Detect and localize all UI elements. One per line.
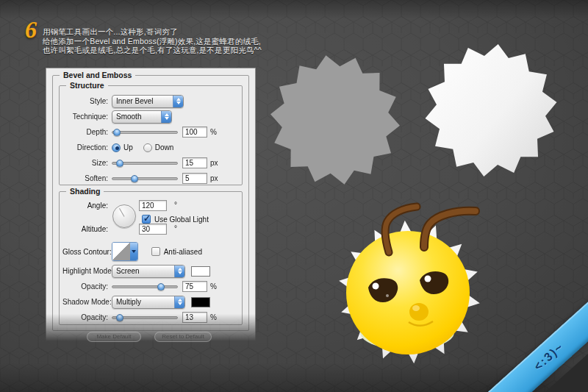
shadow-mode-row: Shadow Mode: Multiply <box>62 294 239 310</box>
chevron-down-icon <box>130 243 137 260</box>
size-label: Size: <box>62 159 108 167</box>
shadow-opacity-row: Opacity: % <box>62 310 239 325</box>
up-down-stepper-icon <box>174 296 184 308</box>
direction-row: Direction: Up Down <box>62 140 239 155</box>
style-label: Style: <box>62 97 108 105</box>
style-row: Style: Inner Bevel <box>62 93 239 109</box>
bevel-emboss-group: Bevel and Emboss Structure Style: Inner … <box>52 75 249 331</box>
anti-aliased-row: Anti-aliased <box>151 247 202 256</box>
angle-unit: ° <box>174 201 177 209</box>
shadow-color-swatch[interactable] <box>191 297 210 307</box>
highlight-opacity-unit: % <box>210 282 217 291</box>
make-default-button[interactable]: Make Default <box>87 332 141 342</box>
depth-row: Depth: % <box>62 124 239 140</box>
use-global-light-checkbox[interactable] <box>142 215 151 224</box>
shading-legend: Shading <box>66 187 104 196</box>
shadow-opacity-input[interactable] <box>182 312 207 323</box>
bevel-emboss-dialog: Bevel and Emboss Structure Style: Inner … <box>46 68 256 341</box>
angle-label: Angle: <box>62 202 108 210</box>
direction-label: Direction: <box>62 143 108 152</box>
anti-aliased-checkbox[interactable] <box>151 247 160 256</box>
highlight-mode-value: Screen <box>112 267 174 275</box>
highlight-opacity-row: Opacity: % <box>62 279 239 294</box>
shadow-mode-label: Shadow Mode: <box>62 298 108 306</box>
soften-unit: px <box>210 174 218 182</box>
gray-starburst-shape <box>265 51 405 189</box>
size-unit: px <box>210 159 218 167</box>
direction-down-label: Down <box>155 143 174 152</box>
technique-select[interactable]: Smooth <box>112 110 172 124</box>
direction-down-radio[interactable] <box>143 143 152 152</box>
depth-label: Depth: <box>62 128 108 136</box>
shadow-opacity-label: Opacity: <box>62 313 108 321</box>
depth-input[interactable] <box>182 126 207 138</box>
size-input[interactable] <box>182 157 207 168</box>
up-down-stepper-icon <box>161 111 171 123</box>
shadow-opacity-unit: % <box>210 313 217 321</box>
soften-input[interactable] <box>182 173 207 184</box>
technique-row: Technique: Smooth <box>62 109 239 124</box>
soften-row: Soften: px <box>62 171 239 186</box>
dialog-title: Bevel and Emboss <box>60 71 135 79</box>
technique-label: Technique: <box>62 113 108 121</box>
style-select-value: Inner Bevel <box>112 97 173 105</box>
anti-aliased-label: Anti-aliased <box>164 248 202 256</box>
step-number: 6 <box>25 16 37 43</box>
up-down-stepper-icon <box>174 266 184 277</box>
slider-track <box>112 131 178 134</box>
highlight-opacity-label: Opacity: <box>62 282 108 291</box>
slider-track <box>112 177 178 180</box>
bee-face <box>346 231 470 354</box>
slider-thumb[interactable] <box>113 129 121 136</box>
shadow-mode-value: Multiply <box>112 298 174 306</box>
shading-group: Shading Angle: ° Use Global Light A <box>59 191 243 325</box>
slider-thumb[interactable] <box>116 160 123 167</box>
depth-unit: % <box>210 128 217 136</box>
slider-track <box>112 285 178 288</box>
structure-legend: Structure <box>66 81 108 90</box>
slider-thumb[interactable] <box>116 314 123 321</box>
highlight-mode-row: Highlight Mode: Screen <box>62 263 239 279</box>
caption-line-2: 给他添加一个Bevel and Emboss(浮雕)效果,这是蜜蜂君的绒毛, <box>43 37 262 46</box>
embossed-white-starburst-shape <box>417 38 564 182</box>
gloss-contour-picker[interactable] <box>112 242 138 261</box>
highlight-mode-label: Highlight Mode: <box>62 267 108 275</box>
highlight-opacity-input[interactable] <box>182 281 207 292</box>
angle-dial[interactable] <box>112 204 136 228</box>
gloss-contour-label: Gloss Contour: <box>62 248 112 256</box>
altitude-label: Altitude: <box>62 225 108 233</box>
direction-up-radio[interactable] <box>112 143 121 152</box>
tutorial-page: 6 用钢笔工具画出一个...这种形,哥词穷了 给他添加一个Bevel and E… <box>0 0 588 392</box>
altitude-input[interactable] <box>139 224 167 235</box>
caption-line-3: 也许叫絮毛或是绒毛,总之是个毛,有了这玩意,是不是更阳光鸟^^ <box>43 46 262 55</box>
caption-text: 用钢笔工具画出一个...这种形,哥词穷了 给他添加一个Bevel and Emb… <box>43 27 262 55</box>
highlight-mode-select[interactable]: Screen <box>112 265 185 278</box>
depth-slider[interactable] <box>112 128 178 137</box>
up-down-stepper-icon <box>173 96 183 107</box>
reset-to-default-button[interactable]: Reset to Default <box>154 332 212 342</box>
use-global-light-label: Use Global Light <box>154 215 209 224</box>
angle-altitude-block: Angle: ° Use Global Light Altitude: ° <box>62 199 239 238</box>
soften-label: Soften: <box>62 174 108 182</box>
technique-select-value: Smooth <box>112 113 161 121</box>
gloss-contour-row: Gloss Contour: Anti-aliased <box>62 240 239 263</box>
slider-thumb[interactable] <box>131 175 138 182</box>
structure-group: Structure Style: Inner Bevel Technique: … <box>59 85 243 185</box>
shadow-mode-select[interactable]: Multiply <box>112 296 185 309</box>
highlight-color-swatch[interactable] <box>191 266 210 277</box>
angle-input[interactable] <box>139 200 167 211</box>
bee-character <box>328 207 490 372</box>
highlight-opacity-slider[interactable] <box>112 282 178 291</box>
caption-line-1: 用钢笔工具画出一个...这种形,哥词穷了 <box>43 27 262 37</box>
soften-slider[interactable] <box>112 174 178 183</box>
size-slider[interactable] <box>112 159 178 168</box>
use-global-light-row: Use Global Light <box>142 215 209 224</box>
size-row: Size: px <box>62 155 239 171</box>
slider-thumb[interactable] <box>157 283 165 291</box>
style-select[interactable]: Inner Bevel <box>112 95 184 108</box>
shadow-opacity-slider[interactable] <box>112 313 178 322</box>
linear-contour-icon <box>112 243 130 260</box>
altitude-unit: ° <box>174 224 177 232</box>
direction-up-label: Up <box>123 143 133 152</box>
dial-needle-icon <box>119 208 124 217</box>
